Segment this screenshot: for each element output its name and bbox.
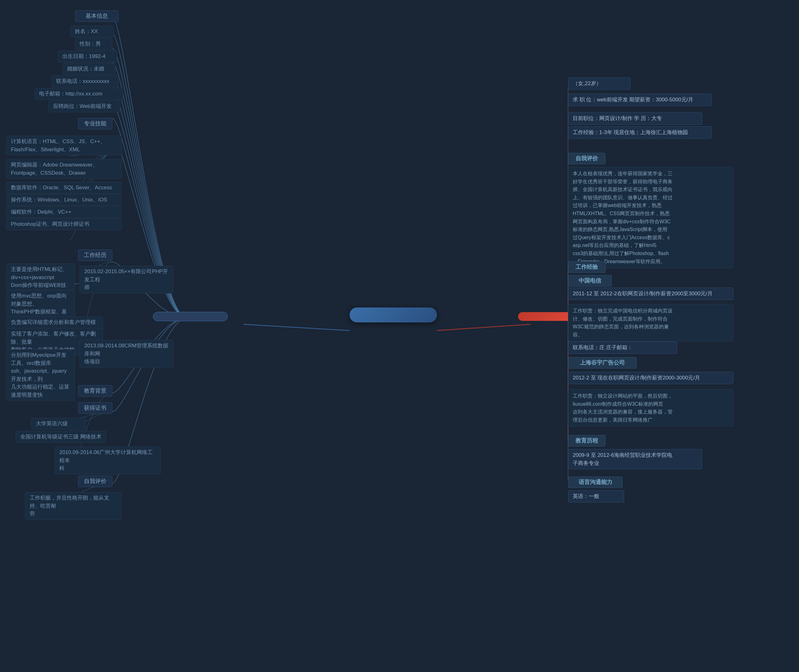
left-node-phone: 联系电话：xxxxxxxxxx bbox=[51, 75, 119, 87]
right-node-r_c2_duty: 工作职责：独立设计网站的平面，然后切图， liuxue86.com制作成符合W3… bbox=[568, 389, 733, 427]
left-node-edu: 教育背景 bbox=[78, 385, 112, 397]
left-node-cert2: 全国计算机等级证书三级 网络技术 bbox=[16, 431, 106, 443]
left-node-job: 应聘岗位：Web前端开发 bbox=[48, 101, 120, 112]
right-node-r_lang: 英语：一般 bbox=[568, 490, 624, 503]
svg-line-1 bbox=[437, 324, 531, 331]
right-node-r_job_title: 目前职位：网页设计/制作 学 历：大专 bbox=[568, 112, 702, 125]
right-node-r_lang_cap: 语言沟通能力 bbox=[568, 477, 623, 488]
left-node-marriage: 婚姻状况：未婚 bbox=[63, 63, 116, 75]
left-node-gender: 性别：男 bbox=[75, 38, 112, 50]
left-node-skill: 专业技能 bbox=[78, 118, 112, 130]
left-node-ps: Photoshop证书、网页设计师证书 bbox=[6, 218, 122, 230]
left-node-cert: 获得证书 bbox=[78, 402, 112, 414]
left-node-db: 数据库软件：Oracle、SQL Sever、Access bbox=[6, 182, 122, 194]
left-node-os: 操作系统：Windows、Linux、Unix、iOS bbox=[6, 194, 122, 206]
left-node-edu1: 2010.09-2014.06广州大学计算机网络工程本 科 bbox=[55, 446, 161, 474]
left-node-self1: 工作积极，并且性格开朗，能从支持、吃苦耐 劳 bbox=[25, 492, 122, 520]
left-node-prog: 编程软件：Delphi、VC++ bbox=[6, 206, 122, 218]
right-node-r_summary: （女,22岁） bbox=[568, 77, 631, 90]
right-node-r_edu1: 2009-9 至 2012-6海南经贸职业技术学院电 子商务专业 bbox=[568, 449, 702, 469]
svg-line-0 bbox=[244, 324, 350, 331]
left-node-lang: 计算机语言：HTML、CSS、JS、C++、 Flash/Flex、Silver… bbox=[6, 136, 122, 155]
left-node-work2_detail: 分别用到Myeclipse开发工具、orcl数据库 ssh、javascript… bbox=[6, 349, 75, 401]
left-node-basic: 基本信息 bbox=[75, 10, 119, 22]
left-node-cert1: 大学英语六级 bbox=[31, 418, 86, 430]
right-node-r_c2_time: 2012-2 至 现在在职网页设计/制作薪资2000-3000元/月 bbox=[568, 372, 733, 384]
left-node-email: 电子邮箱：http://xx.xx.com bbox=[34, 88, 123, 100]
right-node-r_self_text: 本人在校表现优秀，连年获得国家奖学金，三 好学生优秀班干部等荣誉，获得助理电子商… bbox=[568, 167, 733, 268]
right-node-r_self_eval: 自我评价 bbox=[568, 153, 605, 164]
left-node-work1: 2015.02-2015.05××有限公司PHP开发工程 师 bbox=[80, 266, 173, 293]
right-node-r_work_exp: 工作经验 bbox=[568, 261, 605, 273]
left-node-birth: 出生日期：1992-4 bbox=[58, 51, 117, 62]
right-node-r_c1_contact: 联系电话：庄 庄子邮箱： bbox=[568, 341, 677, 354]
right-node-r_edu_bg: 教育历程 bbox=[568, 435, 605, 446]
right-node-r_c1_duty: 工作职责：独立完成中国电信积分商城内页设 计、修改、切图，完成页面制作，制作符合… bbox=[568, 304, 733, 341]
left-node-work_exp: 工作经历 bbox=[78, 250, 112, 261]
left-node-work2: 2013.09-2014.08CRM管理系统数据库和网 络项目 bbox=[80, 340, 173, 368]
left-node-self_eval: 自我评价 bbox=[78, 475, 112, 487]
left-node-name: 姓名：XX bbox=[70, 26, 114, 37]
right-node-r_company1: 中国电信 bbox=[568, 275, 612, 286]
right-node-r_company2: 上海谷宇广告公司 bbox=[568, 357, 637, 369]
right-node-r_position: 求 职 位：web前端开发 期望薪资：3000-5000元/月 bbox=[568, 94, 712, 106]
center-node bbox=[350, 307, 437, 322]
left-node-browser: 网页编辑器：Adobe Dreamweaver、 Frontpage、CSSDe… bbox=[6, 159, 122, 179]
right-node-r_exp: 工作经验：1-3年 现居住地：上海徐汇上海植物园 bbox=[568, 126, 712, 139]
left-main-node bbox=[153, 312, 228, 321]
right-node-r_c1_time: 2011-12 至 2012-2在职网页设计/制作薪资2000至3000元/月 bbox=[568, 288, 733, 300]
mind-map: 基本信息姓名：XX性别：男出生日期：1992-4婚姻状况：未婚联系电话：xxxx… bbox=[0, 0, 799, 672]
